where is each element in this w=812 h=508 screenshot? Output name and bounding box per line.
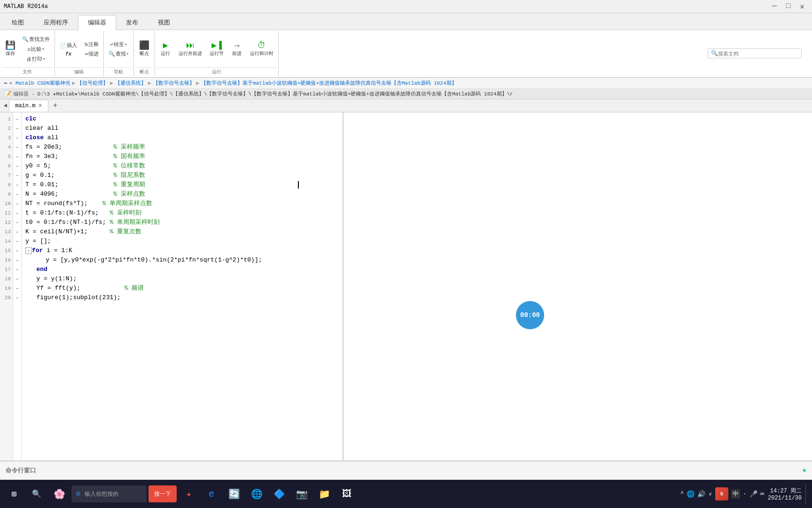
taskbar-app-star[interactable]: ✦ [179, 483, 199, 505]
toolbar-section-breakpoint: ⬛ 断点 断点 [134, 31, 155, 76]
taskbar-app-globe[interactable]: 🌐 [246, 483, 267, 505]
comment-button[interactable]: % 注释 [82, 40, 102, 49]
breadcrumb: ⬅ « Matalb CSDN紫极神光 ▶ 【信号处理】 ▶ 【通信系统】 ▶ … [0, 78, 812, 89]
run-time-button[interactable]: ⏱ 运行和计时 [247, 40, 276, 58]
path-text: D:\3 ★Matlab★\Matalb CSDN紫极神光\【信号处理】\【通信… [38, 90, 513, 97]
taskbar-app-camera[interactable]: 📷 [291, 483, 312, 505]
goto-button[interactable]: ↩ 转至▾ [106, 40, 132, 49]
taskbar-app-flower[interactable]: 🌸 [49, 483, 70, 505]
taskbar: ⊞ 🔍 🌸 e 输入你想搜的 搜一下 ✦ e 🔄 🌐 🔷 📷 📁 🖼 ^ 🌐 🔊… [0, 480, 812, 508]
breadcrumb-full[interactable]: 【数字信号去噪】基于matlab小波软阈值+硬阈值+改进阈值轴承故障仿真信号去噪… [201, 79, 456, 87]
breadcrumb-comm[interactable]: 【通信系统】 [115, 79, 146, 87]
tab-view[interactable]: 视图 [148, 15, 180, 30]
code-line-6: y0 = 5; % 位移常数 [25, 161, 339, 171]
refresh-icon: 🔄 [228, 488, 240, 500]
taskbar-app-ie[interactable]: e [201, 483, 222, 505]
indent-button[interactable]: ⇥ 缩进 [82, 49, 102, 58]
breakpoint-section-label: 断点 [136, 67, 153, 76]
fold-icon[interactable]: – [25, 247, 32, 254]
windows-icon: ⊞ [12, 489, 17, 499]
compare-button[interactable]: ⚖ 比较▾ [19, 45, 53, 54]
camera-icon: 📷 [296, 488, 308, 500]
run-advance-button[interactable]: ⏭ 运行并前进 [176, 40, 205, 58]
tab-apps[interactable]: 应用程序 [34, 15, 78, 30]
forward-icon: → [234, 41, 240, 50]
globe-icon: 🌐 [251, 488, 263, 500]
search-nav-button[interactable]: 🔍 查找▾ [106, 49, 132, 58]
breakpoint-icon: ⬛ [139, 41, 149, 50]
search-taskbar-btn-icon[interactable]: 🔍 [26, 483, 47, 505]
code-area[interactable]: clc clear all close all fs = 20e3; % 采样频… [22, 112, 343, 460]
tab-publish[interactable]: 发布 [116, 15, 148, 30]
print-button[interactable]: 🖨 打印▾ [19, 55, 53, 64]
taskbar-app-photos[interactable]: 🖼 [336, 483, 357, 505]
search-input[interactable] [718, 51, 774, 56]
breadcrumb-signal[interactable]: 【信号处理】 [77, 79, 108, 87]
breadcrumb-denoising[interactable]: 【数字信号去噪】 [153, 79, 195, 87]
clock-time: 14:27 周二 [768, 487, 802, 495]
matlab-icon: 🔷 [273, 488, 285, 500]
toolbar-section-run: ▶ 运行 ⏭ 运行并前进 ▶▐ 运行节 → 前进 ⏱ 运行和计时 [155, 31, 279, 76]
taskbar-app-refresh[interactable]: 🔄 [224, 483, 244, 505]
run-section-button[interactable]: ▶▐ 运行节 [207, 40, 226, 58]
tray-cn-indicator[interactable]: 中 [731, 489, 740, 499]
tray-volume-icon[interactable]: 🔊 [697, 490, 705, 498]
code-line-4: fs = 20e3; % 采样频率 [25, 143, 339, 152]
find-file-icon: 🔍 [22, 36, 29, 42]
line-numbers: 1 2 3 4 5 6 7 8 9 10 11 12 13 14 15 16 1… [0, 112, 13, 460]
cmd-expand-icon[interactable]: ● [803, 467, 806, 474]
tab-label: main.m [15, 103, 35, 109]
taskbar-search-button[interactable]: 搜一下 [148, 485, 177, 502]
star-icon: ✦ [186, 488, 192, 500]
tab-close-button[interactable]: × [38, 102, 42, 110]
tray-battery-icon[interactable]: ⚡ [708, 490, 712, 498]
code-line-15: –for i = 1:K [25, 246, 339, 255]
timer-badge[interactable]: 00:00 [516, 301, 544, 329]
taskbar-app-files[interactable]: 📁 [314, 483, 335, 505]
search-box[interactable]: 🔍 [708, 48, 802, 58]
close-btn[interactable]: ✕ [796, 1, 808, 12]
dash-column: – – – – – – – – – – – – – – – – – – – – [13, 112, 22, 460]
tab-bar: ◄ main.m × + [0, 99, 812, 112]
find-file-button[interactable]: 🔍 查找文件 [19, 35, 53, 44]
taskbar-tray: ^ 🌐 🔊 ⚡ S 中 · 🎤 ⌨ 14:27 周二 2021/11/30 [680, 484, 808, 504]
taskbar-search-bar[interactable]: e 输入你想搜的 [71, 485, 147, 502]
fx-button[interactable]: fx [57, 50, 80, 58]
tab-draw[interactable]: 绘图 [2, 15, 34, 30]
tray-keyboard-icon[interactable]: ⌨ [760, 490, 764, 498]
tab-editor[interactable]: 编辑器 [78, 15, 116, 30]
tray-chevron[interactable]: ^ [680, 491, 684, 497]
run-icon: ▶ [163, 41, 168, 50]
insert-icon: 📄 [60, 42, 66, 48]
file-section-label: 文件 [2, 67, 53, 76]
run-advance-icon: ⏭ [186, 41, 195, 50]
flower-icon: 🌸 [54, 488, 65, 500]
breadcrumb-home[interactable]: « Matalb CSDN紫极神光 [9, 79, 70, 87]
tab-collapse-icon[interactable]: ◄ [2, 101, 9, 111]
clock-date: 2021/11/30 [768, 495, 802, 501]
sogou-icon[interactable]: S [715, 487, 728, 500]
taskbar-app-matlab[interactable]: 🔷 [269, 483, 289, 505]
code-line-11: t = 0:1/fs:(N-1)/fs; % 采样时刻 [25, 208, 339, 218]
windows-button[interactable]: ⊞ [4, 483, 24, 505]
command-window: 命令行窗口 ● [0, 460, 812, 479]
insert-button[interactable]: 📄 插入 [57, 41, 80, 50]
show-desktop-btn[interactable] [805, 484, 808, 504]
tab-add-button[interactable]: + [49, 100, 62, 112]
forward-button[interactable]: → 前进 [228, 40, 245, 58]
code-line-9: N = 4096; % 采样点数 [25, 190, 339, 199]
edit-section-label: 编辑 [57, 67, 102, 76]
editor-tab-main[interactable]: main.m × [9, 100, 48, 111]
left-editor-panel: 1 2 3 4 5 6 7 8 9 10 11 12 13 14 15 16 1… [0, 112, 343, 460]
tray-punct-icon[interactable]: · [743, 491, 747, 498]
run-button[interactable]: ▶ 运行 [157, 40, 174, 58]
goto-icon: ↩ [110, 41, 113, 48]
code-line-19: Yf = fft(y); % 频谱 [25, 284, 339, 293]
save-button[interactable]: 💾 保存 [2, 40, 19, 58]
maximize-btn[interactable]: □ [782, 1, 795, 12]
tray-network-icon[interactable]: 🌐 [687, 490, 695, 498]
minimize-btn[interactable]: — [768, 1, 781, 12]
taskbar-search-text: 输入你想搜的 [85, 490, 118, 498]
tray-mic-icon[interactable]: 🎤 [750, 490, 757, 498]
breakpoint-button[interactable]: ⬛ 断点 [136, 40, 153, 58]
